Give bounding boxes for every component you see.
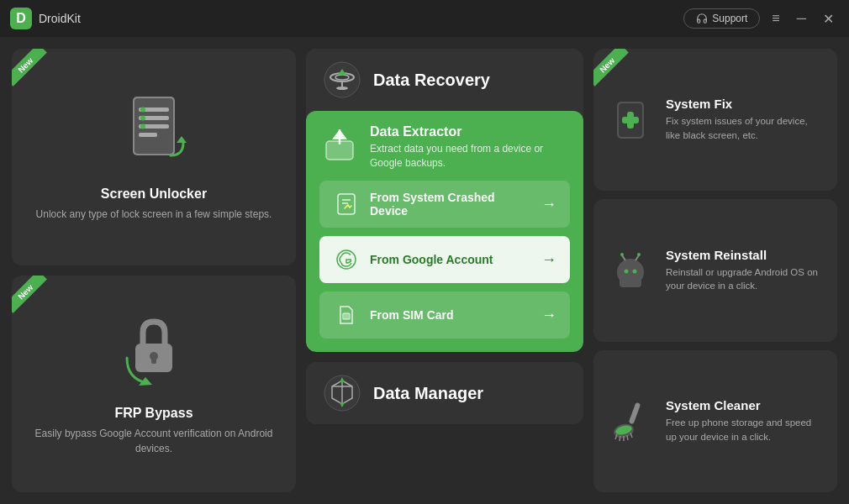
svg-point-44 (620, 253, 624, 256)
from-sim-card-option[interactable]: From SIM Card → (319, 291, 570, 339)
middle-panel: Data Recovery Data Extractor (306, 49, 583, 492)
from-google-account-arrow: → (541, 251, 556, 269)
from-google-account-label: From Google Account (370, 253, 531, 266)
data-manager-card[interactable]: Data Manager (306, 362, 583, 424)
system-fix-card[interactable]: System Fix Fix system issues of your dev… (593, 49, 837, 191)
svg-marker-9 (177, 136, 187, 143)
svg-point-46 (625, 269, 629, 273)
data-extractor-info: Data Extractor Extract data you need fro… (370, 124, 570, 171)
data-recovery-title: Data Recovery (373, 71, 490, 90)
extractor-desc: Extract data you need from a device or G… (370, 142, 570, 171)
frp-bypass-title: FRP Bypass (114, 406, 192, 421)
svg-line-55 (627, 435, 628, 440)
system-cleaner-info: System Cleaner Free up phone storage and… (666, 398, 824, 444)
svg-rect-48 (620, 277, 641, 287)
from-system-crashed-label: From System Crashed Device (370, 191, 531, 218)
crashed-device-icon (333, 191, 360, 218)
data-manager-title: Data Manager (373, 384, 483, 403)
screen-unlocker-card[interactable]: Screen Unlocker Unlock any type of lock … (12, 49, 296, 265)
system-reinstall-icon (607, 247, 654, 294)
data-extractor-row: Data Extractor Extract data you need fro… (319, 124, 570, 172)
menu-button[interactable]: ≡ (767, 9, 784, 28)
system-fix-info: System Fix Fix system issues of your dev… (666, 97, 824, 142)
screen-unlocker-desc: Unlock any type of lock screen in a few … (36, 207, 272, 222)
headset-icon (696, 13, 708, 24)
system-cleaner-desc: Free up phone storage and speed up your … (666, 416, 824, 444)
data-recovery-section: Data Recovery Data Extractor (306, 49, 583, 352)
extractor-title: Data Extractor (370, 124, 570, 139)
droidkit-icon: D (16, 11, 26, 26)
svg-point-47 (633, 269, 637, 273)
data-recovery-expanded: Data Extractor Extract data you need fro… (306, 111, 583, 352)
svg-rect-40 (622, 117, 639, 123)
system-cleaner-icon (607, 397, 654, 444)
data-manager-icon (323, 374, 361, 412)
system-fix-icon (607, 97, 654, 144)
system-reinstall-desc: Reinstall or upgrade Android OS on your … (666, 265, 824, 293)
system-fix-title: System Fix (666, 97, 824, 111)
frp-bypass-icon (120, 312, 187, 397)
system-cleaner-card[interactable]: System Cleaner Free up phone storage and… (593, 350, 837, 492)
title-bar: D DroidKit Support ≡ ─ ✕ (0, 0, 849, 37)
frp-bypass-desc: Easily bypass Google Account verificatio… (27, 426, 281, 456)
svg-rect-49 (629, 402, 641, 424)
app-name: DroidKit (39, 12, 81, 25)
window-controls: Support ≡ ─ ✕ (683, 8, 839, 29)
system-reinstall-card[interactable]: System Reinstall Reinstall or upgrade An… (593, 199, 837, 341)
data-extractor-icon (319, 124, 360, 172)
svg-rect-12 (151, 356, 156, 364)
new-badge-unlocker (12, 49, 50, 87)
from-system-crashed-arrow: → (541, 196, 556, 213)
sim-card-icon (333, 302, 360, 328)
left-panel: Screen Unlocker Unlock any type of lock … (12, 49, 296, 492)
svg-line-53 (620, 436, 620, 441)
new-badge-sysfix (593, 49, 632, 87)
close-button[interactable]: ✕ (818, 9, 839, 29)
from-sim-card-label: From SIM Card (370, 308, 531, 322)
screen-unlocker-icon (120, 92, 187, 178)
svg-point-8 (140, 124, 145, 129)
frp-bypass-card[interactable]: FRP Bypass Easily bypass Google Account … (12, 276, 296, 492)
google-account-icon (333, 246, 360, 273)
svg-point-45 (637, 253, 641, 256)
svg-point-6 (140, 108, 145, 113)
screen-unlocker-title: Screen Unlocker (101, 186, 207, 202)
svg-point-7 (140, 116, 145, 121)
from-google-account-option[interactable]: From Google Account → (319, 236, 570, 283)
system-reinstall-info: System Reinstall Reinstall or upgrade An… (666, 248, 824, 293)
minimize-button[interactable]: ─ (792, 9, 811, 28)
data-recovery-header[interactable]: Data Recovery (306, 49, 583, 111)
support-button[interactable]: Support (683, 8, 760, 29)
system-fix-desc: Fix system issues of your device, like b… (666, 114, 824, 142)
support-label: Support (712, 13, 747, 24)
right-panel: System Fix Fix system issues of your dev… (593, 49, 837, 492)
svg-rect-5 (139, 133, 157, 137)
app-logo: D (10, 8, 32, 29)
svg-point-18 (336, 87, 348, 90)
system-reinstall-title: System Reinstall (666, 248, 824, 262)
from-system-crashed-option[interactable]: From System Crashed Device → (319, 181, 570, 228)
new-badge-frp (12, 276, 50, 314)
data-recovery-header-icon (323, 60, 361, 99)
main-content: Screen Unlocker Unlock any type of lock … (0, 37, 849, 504)
svg-rect-23 (338, 194, 355, 214)
system-cleaner-title: System Cleaner (666, 398, 824, 412)
from-sim-card-arrow: → (541, 307, 556, 324)
